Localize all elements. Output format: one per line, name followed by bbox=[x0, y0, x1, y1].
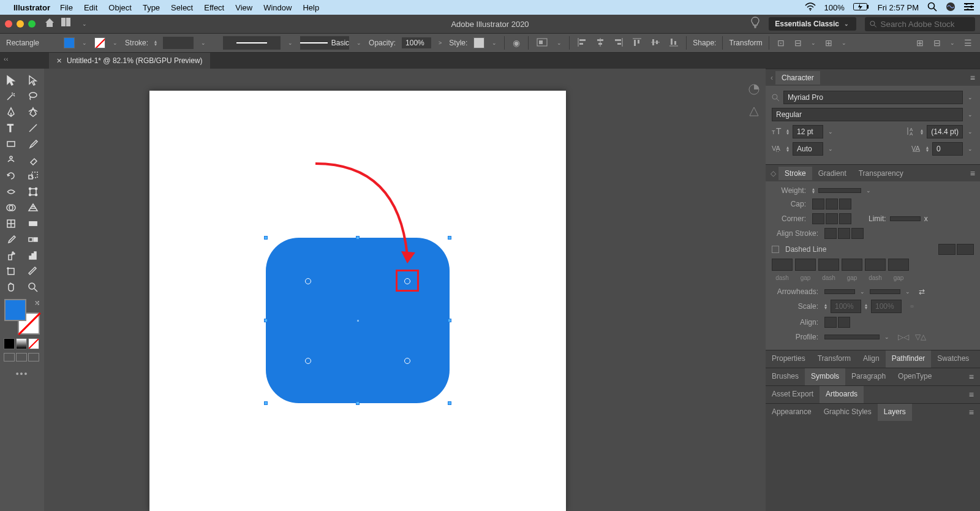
selection-handle[interactable] bbox=[448, 319, 451, 322]
stroke-dropdown[interactable]: ⌄ bbox=[111, 40, 119, 46]
tracking-stepper[interactable]: ▴▾ bbox=[926, 146, 929, 152]
perspective-tool[interactable] bbox=[22, 200, 44, 216]
arrow-start[interactable] bbox=[824, 289, 855, 294]
align-to-icon[interactable] bbox=[535, 38, 549, 48]
column-graph-tool[interactable] bbox=[22, 248, 44, 263]
layers-tab[interactable]: Layers bbox=[878, 404, 912, 421]
blend-tool[interactable] bbox=[22, 232, 44, 248]
transform-tab[interactable]: Transform bbox=[812, 350, 857, 368]
brush-profile-dropdown[interactable]: ⌄ bbox=[287, 40, 294, 46]
fill-dropdown[interactable]: ⌄ bbox=[81, 40, 88, 46]
menu-effect[interactable]: Effect bbox=[204, 3, 224, 12]
edit-contents-icon[interactable]: ⊟ bbox=[793, 38, 804, 48]
kerning-stepper[interactable]: ▴▾ bbox=[786, 146, 789, 152]
flip-across-icon[interactable]: ▽△ bbox=[915, 333, 926, 341]
fill-indicator[interactable] bbox=[4, 299, 26, 321]
brush-definition[interactable]: Basic bbox=[300, 36, 349, 50]
home-icon[interactable] bbox=[44, 17, 55, 31]
eraser-tool[interactable] bbox=[22, 152, 44, 168]
selection-handle[interactable] bbox=[264, 319, 268, 322]
transform-label[interactable]: Transform bbox=[729, 39, 762, 47]
opacity-dropdown[interactable]: > bbox=[437, 40, 443, 46]
snap-icon[interactable]: ⊟ bbox=[932, 38, 943, 48]
draw-inside[interactable] bbox=[28, 353, 39, 361]
brush-dropdown[interactable]: ⌄ bbox=[355, 40, 363, 46]
rotate-tool[interactable] bbox=[0, 168, 22, 184]
menu-type[interactable]: Type bbox=[143, 3, 160, 12]
discover-icon[interactable] bbox=[750, 17, 760, 31]
fill-swatch[interactable] bbox=[64, 37, 75, 48]
menu-file[interactable]: File bbox=[60, 3, 73, 12]
symbols-tab[interactable]: Symbols bbox=[805, 368, 845, 385]
gradient-tool[interactable] bbox=[22, 216, 44, 232]
align-left-icon[interactable] bbox=[576, 38, 588, 48]
arrange-dropdown[interactable]: ⌄ bbox=[81, 21, 88, 27]
selection-handle[interactable] bbox=[356, 401, 360, 405]
swatches-tab[interactable]: Swatches bbox=[931, 350, 975, 368]
mesh-tool[interactable] bbox=[0, 216, 22, 232]
fill-stroke-indicator[interactable]: ⤭ bbox=[4, 299, 40, 335]
leading-stepper[interactable]: ▴▾ bbox=[921, 129, 923, 135]
dashed-checkbox[interactable] bbox=[772, 246, 779, 253]
direct-selection-tool[interactable] bbox=[22, 72, 44, 88]
color-mode[interactable] bbox=[4, 338, 15, 349]
shaper-tool[interactable] bbox=[0, 152, 22, 168]
stroke-weight-dropdown[interactable]: ⌄ bbox=[200, 40, 207, 46]
brushes-tab[interactable]: Brushes bbox=[766, 368, 805, 385]
align-top-icon[interactable] bbox=[631, 38, 643, 48]
selection-handle[interactable] bbox=[264, 236, 268, 240]
panel-menu-icon[interactable]: ≡ bbox=[963, 368, 980, 385]
kerning-input[interactable]: Auto bbox=[793, 142, 823, 156]
paintbrush-tool[interactable] bbox=[22, 136, 44, 152]
edit-toolbar-icon[interactable]: ••• bbox=[0, 369, 44, 379]
workspace-switcher[interactable]: Essentials Classic ⌄ bbox=[769, 17, 856, 31]
tracking-input[interactable]: 0 bbox=[932, 142, 963, 156]
graphic-style-swatch[interactable] bbox=[473, 37, 484, 48]
link-scale-icon[interactable]: ⚭ bbox=[909, 302, 915, 311]
curvature-tool[interactable] bbox=[22, 104, 44, 120]
app-name[interactable]: Illustrator bbox=[13, 3, 50, 12]
weight-stepper[interactable]: ▴▾ bbox=[812, 187, 815, 194]
menu-edit[interactable]: Edit bbox=[84, 3, 97, 12]
swap-fill-stroke-icon[interactable]: ⤭ bbox=[34, 299, 40, 307]
corner-buttons[interactable] bbox=[812, 213, 851, 224]
flip-along-icon[interactable]: ▷◁ bbox=[898, 333, 909, 341]
stroke-swatch[interactable] bbox=[94, 37, 105, 48]
opentype-tab[interactable]: OpenType bbox=[892, 368, 938, 385]
selection-handle[interactable] bbox=[264, 401, 268, 405]
stroke-weight-input[interactable] bbox=[163, 37, 194, 49]
panel-menu-icon[interactable]: ≡ bbox=[963, 404, 980, 421]
font-family-input[interactable]: Myriad Pro bbox=[783, 91, 963, 104]
spotlight-icon[interactable] bbox=[927, 2, 937, 13]
chevron-left-icon[interactable]: ‹ bbox=[771, 74, 773, 82]
arrow-end[interactable] bbox=[870, 289, 900, 294]
close-window[interactable] bbox=[5, 20, 12, 28]
gradient-mode[interactable] bbox=[16, 338, 27, 349]
lasso-tool[interactable] bbox=[22, 88, 44, 104]
panel-menu-icon[interactable]: ≡ bbox=[970, 73, 975, 83]
limit-input[interactable] bbox=[890, 216, 921, 221]
corner-widget[interactable] bbox=[305, 358, 311, 364]
selection-handle[interactable] bbox=[448, 236, 451, 240]
close-tab-icon[interactable]: ✕ bbox=[56, 57, 62, 65]
align-bottom-icon[interactable] bbox=[668, 38, 680, 48]
dash-inputs[interactable] bbox=[772, 259, 974, 271]
slice-tool[interactable] bbox=[22, 263, 44, 279]
artboard[interactable] bbox=[149, 91, 566, 511]
font-size-input[interactable]: 12 pt bbox=[793, 125, 823, 138]
menu-help[interactable]: Help bbox=[303, 3, 319, 12]
type-tool[interactable]: T bbox=[0, 120, 22, 136]
leading-input[interactable]: (14.4 pt) bbox=[927, 125, 963, 138]
paragraph-tab[interactable]: Paragraph bbox=[845, 368, 892, 385]
brush-profile[interactable] bbox=[223, 36, 281, 50]
profile-input[interactable] bbox=[824, 335, 880, 339]
align-hcenter-icon[interactable] bbox=[594, 38, 606, 48]
control-center-icon[interactable] bbox=[964, 2, 974, 12]
panel-menu-icon[interactable]: ≡ bbox=[963, 386, 980, 403]
minimize-window[interactable] bbox=[17, 20, 24, 28]
font-dropdown[interactable]: ⌄ bbox=[967, 94, 974, 100]
corner-widget[interactable] bbox=[404, 358, 410, 364]
style-dropdown[interactable]: ⌄ bbox=[491, 40, 498, 46]
align-arrow-buttons[interactable] bbox=[824, 317, 850, 328]
align-stroke-buttons[interactable] bbox=[824, 228, 864, 239]
